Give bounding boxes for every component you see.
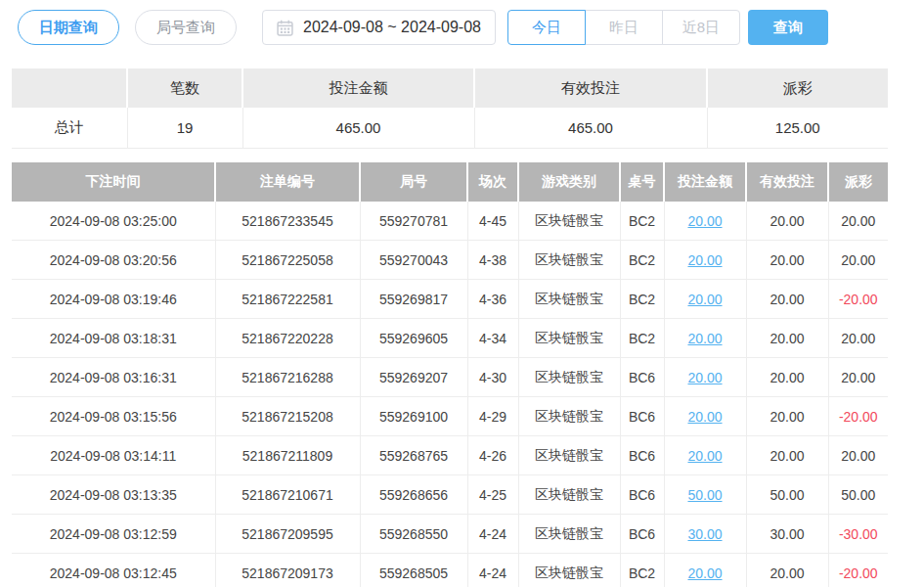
- last-8-days-button[interactable]: 近8日: [662, 10, 740, 45]
- table-no-cell: BC6: [620, 358, 664, 397]
- session-cell: 4-36: [467, 280, 518, 319]
- bet-table: 下注时间 注单编号 局号 场次 游戏类别 桌号 投注金额 有效投注 派彩 202…: [12, 162, 888, 587]
- quick-range-group: 今日 昨日 近8日: [507, 10, 740, 45]
- bet-amount-cell: 20.00: [664, 319, 746, 358]
- table-row: 2024-09-08 03:16:31 521867216288 5592692…: [12, 358, 888, 397]
- table-row: 2024-09-08 03:18:31 521867220228 5592696…: [12, 319, 888, 358]
- bet-amount-link[interactable]: 20.00: [687, 252, 722, 268]
- bet-id-cell: 521867220228: [215, 319, 360, 358]
- payout-cell: 20.00: [828, 436, 888, 475]
- valid-bet-cell: 50.00: [746, 475, 828, 515]
- summary-total-label: 总计: [12, 108, 127, 149]
- round-id-cell: 559268505: [360, 554, 467, 587]
- valid-bet-cell: 20.00: [746, 241, 828, 280]
- yesterday-button[interactable]: 昨日: [585, 10, 663, 45]
- table-no-cell: BC6: [620, 397, 664, 436]
- toolbar: 日期查询 局号查询 2024-09-08 ~ 2024-09-08 今日 昨日 …: [18, 10, 924, 45]
- session-cell: 4-34: [467, 319, 518, 358]
- table-no-cell: BC2: [620, 319, 664, 358]
- bet-time-cell: 2024-09-08 03:14:11: [12, 436, 215, 475]
- payout-cell: 20.00: [828, 241, 888, 280]
- today-button[interactable]: 今日: [507, 10, 586, 45]
- bet-id-cell: 521867215208: [215, 397, 360, 436]
- table-row: 2024-09-08 03:19:46 521867222581 5592698…: [12, 280, 888, 319]
- payout-cell: 20.00: [828, 319, 888, 358]
- summary-table: 笔数 投注金额 有效投注 派彩 总计 19 465.00 465.00 125.…: [12, 68, 888, 149]
- game-type-cell: 区块链骰宝: [518, 515, 620, 554]
- summary-header-row: 笔数 投注金额 有效投注 派彩: [12, 68, 888, 108]
- payout-cell: 20.00: [828, 358, 888, 397]
- header-bet-id: 注单编号: [215, 162, 360, 202]
- valid-bet-cell: 20.00: [746, 436, 828, 475]
- round-id-cell: 559268765: [360, 436, 467, 475]
- bet-time-cell: 2024-09-08 03:12:45: [12, 554, 215, 587]
- table-row: 2024-09-08 03:12:59 521867209595 5592685…: [12, 515, 888, 554]
- table-row: 2024-09-08 03:13:35 521867210671 5592686…: [12, 475, 888, 515]
- game-type-cell: 区块链骰宝: [518, 554, 620, 587]
- bet-amount-link[interactable]: 50.00: [687, 487, 722, 503]
- bet-amount-cell: 20.00: [664, 358, 746, 397]
- table-row: 2024-09-08 03:14:11 521867211809 5592687…: [12, 436, 888, 475]
- game-type-cell: 区块链骰宝: [518, 319, 620, 358]
- bet-time-cell: 2024-09-08 03:19:46: [12, 280, 215, 319]
- game-type-cell: 区块链骰宝: [518, 202, 620, 241]
- session-cell: 4-38: [467, 241, 518, 280]
- bet-time-cell: 2024-09-08 03:25:00: [12, 202, 215, 241]
- summary-payout-value: 125.00: [707, 108, 888, 149]
- bet-amount-link[interactable]: 20.00: [687, 370, 722, 385]
- bet-amount-link[interactable]: 20.00: [687, 409, 722, 425]
- game-type-cell: 区块链骰宝: [518, 475, 620, 515]
- valid-bet-cell: 20.00: [746, 202, 828, 241]
- summary-header-count: 笔数: [127, 68, 242, 108]
- round-id-cell: 559269817: [360, 280, 467, 319]
- bet-time-cell: 2024-09-08 03:13:35: [12, 475, 215, 515]
- summary-header-valid-bet: 有效投注: [474, 68, 707, 108]
- date-query-button[interactable]: 日期查询: [18, 10, 119, 45]
- date-range-input[interactable]: 2024-09-08 ~ 2024-09-08: [262, 10, 496, 45]
- bet-table-body: 2024-09-08 03:25:00 521867233545 5592707…: [12, 202, 888, 587]
- round-id-cell: 559269100: [360, 397, 467, 436]
- header-payout: 派彩: [828, 162, 888, 202]
- valid-bet-cell: 20.00: [746, 397, 828, 436]
- search-button[interactable]: 查询: [748, 10, 828, 45]
- payout-cell: -20.00: [828, 397, 888, 436]
- calendar-icon: [277, 20, 293, 36]
- table-no-cell: BC2: [620, 202, 664, 241]
- bet-amount-cell: 20.00: [664, 202, 746, 241]
- table-row: 2024-09-08 03:20:56 521867225058 5592700…: [12, 241, 888, 280]
- game-type-cell: 区块链骰宝: [518, 397, 620, 436]
- round-id-cell: 559269207: [360, 358, 467, 397]
- valid-bet-cell: 20.00: [746, 280, 828, 319]
- bet-amount-link[interactable]: 20.00: [687, 213, 722, 229]
- bet-id-cell: 521867210671: [215, 475, 360, 515]
- bet-amount-link[interactable]: 20.00: [687, 448, 722, 464]
- bet-time-cell: 2024-09-08 03:16:31: [12, 358, 215, 397]
- bet-time-cell: 2024-09-08 03:12:59: [12, 515, 215, 554]
- bet-time-cell: 2024-09-08 03:20:56: [12, 241, 215, 280]
- session-cell: 4-29: [467, 397, 518, 436]
- bet-amount-link[interactable]: 20.00: [687, 565, 722, 581]
- table-row: 2024-09-08 03:12:45 521867209173 5592685…: [12, 554, 888, 587]
- bet-amount-cell: 50.00: [664, 475, 746, 515]
- bet-amount-cell: 20.00: [664, 436, 746, 475]
- round-id-cell: 559270043: [360, 241, 467, 280]
- bet-amount-link[interactable]: 30.00: [687, 526, 722, 542]
- bet-amount-cell: 20.00: [664, 554, 746, 587]
- payout-cell: -30.00: [828, 515, 888, 554]
- table-no-cell: BC6: [620, 436, 664, 475]
- round-query-button[interactable]: 局号查询: [135, 10, 237, 45]
- date-range-value: 2024-09-08 ~ 2024-09-08: [303, 19, 481, 36]
- table-no-cell: BC2: [620, 554, 664, 587]
- bet-id-cell: 521867233545: [215, 202, 360, 241]
- header-valid-bet: 有效投注: [746, 162, 828, 202]
- payout-cell: 20.00: [828, 202, 888, 241]
- bet-amount-link[interactable]: 20.00: [687, 331, 722, 346]
- payout-cell: -20.00: [828, 554, 888, 587]
- summary-count-value: 19: [127, 108, 242, 149]
- header-table-no: 桌号: [620, 162, 664, 202]
- summary-header-bet-amount: 投注金额: [242, 68, 474, 108]
- header-session: 场次: [467, 162, 518, 202]
- bet-amount-link[interactable]: 20.00: [687, 292, 722, 307]
- session-cell: 4-26: [467, 436, 518, 475]
- session-cell: 4-25: [467, 475, 518, 515]
